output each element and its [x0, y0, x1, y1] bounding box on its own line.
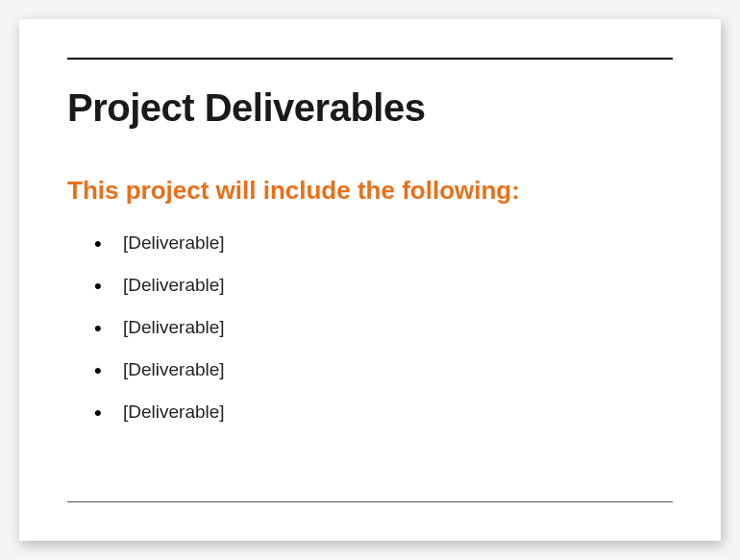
- list-item: [Deliverable]: [94, 275, 673, 296]
- deliverables-list: [Deliverable] [Deliverable] [Deliverable…: [67, 232, 673, 423]
- top-rule: [67, 58, 673, 60]
- section-subheading: This project will include the following:: [67, 176, 673, 206]
- bottom-rule: [67, 501, 673, 502]
- list-item: [Deliverable]: [94, 232, 673, 254]
- list-item: [Deliverable]: [94, 402, 673, 423]
- document-page: Project Deliverables This project will i…: [19, 19, 721, 541]
- list-item: [Deliverable]: [94, 359, 673, 380]
- list-item: [Deliverable]: [94, 317, 673, 338]
- page-title: Project Deliverables: [67, 86, 673, 130]
